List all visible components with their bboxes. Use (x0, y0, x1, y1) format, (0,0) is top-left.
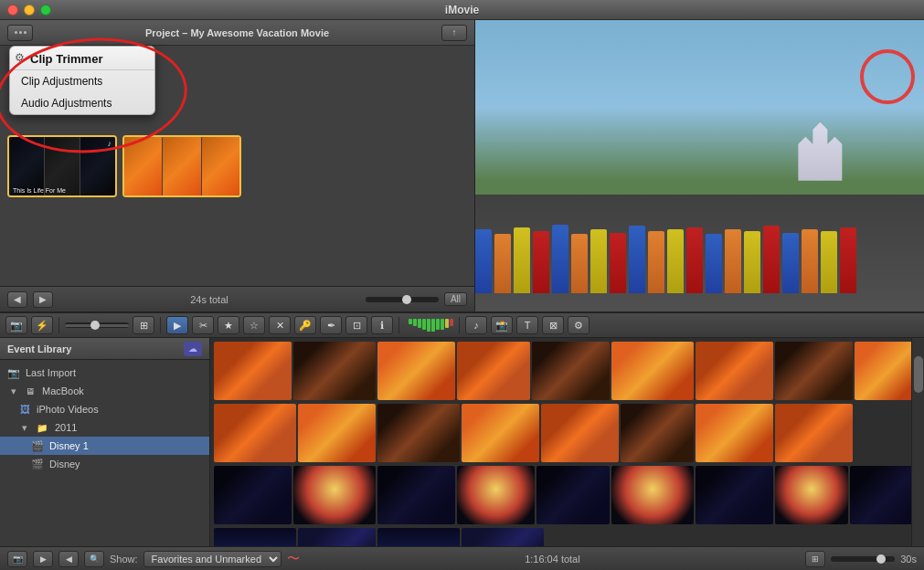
export-icon: ⊞ (812, 554, 819, 564)
lib-item-macbook[interactable]: ▾ 🖥 MacBook (0, 382, 209, 400)
event-clip[interactable] (532, 342, 610, 400)
status-camera-button[interactable]: 📷 (7, 551, 27, 567)
meter-bar-6 (431, 319, 435, 332)
right-scrollbar[interactable] (911, 338, 924, 546)
event-clip[interactable] (377, 404, 460, 462)
playhead-slider[interactable] (366, 297, 439, 302)
event-clip[interactable] (611, 466, 694, 524)
lib-item-disney1[interactable]: 🎬 Disney 1 (0, 437, 209, 455)
event-clip[interactable] (377, 342, 455, 400)
status-zoom-button[interactable]: 🔍 (84, 551, 104, 567)
close-button[interactable] (7, 5, 18, 16)
event-clip[interactable] (214, 342, 292, 400)
all-button[interactable]: All (444, 292, 467, 306)
event-clip[interactable] (696, 342, 773, 400)
event-clip[interactable] (293, 342, 376, 400)
lib-item-label: iPhoto Videos (37, 404, 99, 415)
crop-icon: ⊡ (353, 320, 361, 332)
meter-bar-8 (441, 319, 444, 330)
music-tool-button[interactable]: ♪ (465, 316, 487, 334)
fit-button[interactable]: ⊞ (133, 316, 154, 334)
clip-size-slider[interactable] (65, 322, 129, 328)
event-clip[interactable] (621, 404, 694, 462)
theme-tool-button[interactable]: ⚙ (568, 316, 589, 334)
meter-bar-1 (409, 319, 412, 324)
event-clip[interactable] (775, 466, 848, 524)
event-clip[interactable] (775, 404, 853, 462)
camera-tool-button[interactable]: 📷 (5, 316, 27, 334)
status-rewind-button[interactable]: ◀ (58, 551, 79, 567)
event-clip[interactable] (462, 528, 544, 546)
video-background (475, 20, 924, 311)
event-clip[interactable] (462, 404, 539, 462)
fit-icon: ⊞ (140, 320, 148, 332)
app-title: iMovie (445, 4, 479, 16)
rewind-button[interactable]: ◀ (7, 291, 27, 308)
action-tool-button[interactable]: ⚡ (31, 316, 53, 334)
photo-tool-button[interactable]: 📸 (491, 316, 513, 334)
favorite-tool-button[interactable]: ★ (218, 316, 239, 334)
trim-tool-button[interactable]: ✂ (192, 316, 214, 334)
computer-icon: ▾ (7, 385, 20, 397)
wand-icon: ✒ (327, 320, 335, 332)
event-clip[interactable] (536, 466, 610, 524)
enhance-tool-button[interactable]: ✒ (320, 316, 342, 334)
event-clip[interactable] (214, 528, 296, 546)
theme-icon: ⚙ (574, 320, 583, 332)
event-clip[interactable] (541, 404, 619, 462)
event-clip[interactable] (214, 466, 292, 524)
event-clip[interactable] (214, 404, 296, 462)
event-clip[interactable] (293, 466, 376, 524)
context-menu-title: Clip Trimmer (10, 47, 154, 70)
toolbar-separator-1 (58, 317, 59, 333)
event-clip[interactable] (457, 466, 535, 524)
project-more-button[interactable] (7, 25, 33, 41)
crop-tool-button[interactable]: ⊡ (345, 316, 367, 334)
audio-adjustments-menu-item[interactable]: Audio Adjustments (10, 92, 154, 114)
maximize-button[interactable] (40, 5, 51, 16)
event-clip[interactable] (377, 528, 460, 546)
show-select[interactable]: Favorites and Unmarked (143, 551, 281, 567)
event-clip[interactable] (377, 466, 455, 524)
lib-item-iphoto[interactable]: 🖼 iPhoto Videos (0, 400, 209, 418)
total-duration: 1:16:04 total (305, 554, 801, 565)
scroll-thumb[interactable] (914, 356, 923, 393)
event-clip[interactable] (457, 342, 530, 400)
timeline-clip-1[interactable]: This Is Life For Me ♪ (7, 135, 117, 197)
keyword-tool-button[interactable]: 🔑 (294, 316, 316, 334)
duration-text: 24s total (58, 294, 360, 305)
event-clip[interactable] (696, 404, 773, 462)
zoom-icon: 🔍 (90, 554, 100, 564)
event-clip[interactable] (850, 466, 911, 524)
event-clip[interactable] (775, 342, 853, 400)
status-export-button[interactable]: ⊞ (805, 551, 825, 567)
event-browser (210, 338, 911, 546)
wave-icon: 〜 (287, 551, 300, 567)
lib-item-last-import[interactable]: 📷 Last Import (0, 364, 209, 382)
music-icon: ♪ (473, 320, 479, 331)
clip-row-4 (214, 528, 908, 546)
share-button[interactable]: ↑ (441, 25, 467, 41)
lib-item-2011[interactable]: ▾ 📁 2011 (0, 418, 209, 437)
event-clip[interactable] (696, 466, 773, 524)
event-clip[interactable] (855, 342, 911, 400)
unfavorite-tool-button[interactable]: ☆ (243, 316, 265, 334)
transition-tool-button[interactable]: ⊠ (542, 316, 564, 334)
zoom-slider[interactable] (831, 556, 895, 562)
timeline-clip-2[interactable] (122, 135, 241, 197)
select-tool-button[interactable]: ▶ (166, 316, 188, 334)
status-play-button[interactable]: ▶ (33, 551, 53, 567)
event-clip[interactable] (298, 528, 376, 546)
icloud-button[interactable]: ☁ (184, 342, 202, 356)
event-clip[interactable] (611, 342, 694, 400)
toolbar-separator-3 (398, 317, 399, 333)
title-tool-button[interactable]: T (516, 316, 538, 334)
minimize-button[interactable] (24, 5, 35, 16)
clip-adjustments-menu-item[interactable]: Clip Adjustments (10, 70, 154, 92)
info-tool-button[interactable]: ℹ (371, 316, 393, 334)
lib-item-disney[interactable]: 🎬 Disney (0, 455, 209, 473)
event-clip[interactable] (298, 404, 376, 462)
event-icon-1: 🎬 (31, 440, 44, 452)
reject-tool-button[interactable]: ✕ (269, 316, 291, 334)
play-button[interactable]: ▶ (33, 291, 53, 308)
